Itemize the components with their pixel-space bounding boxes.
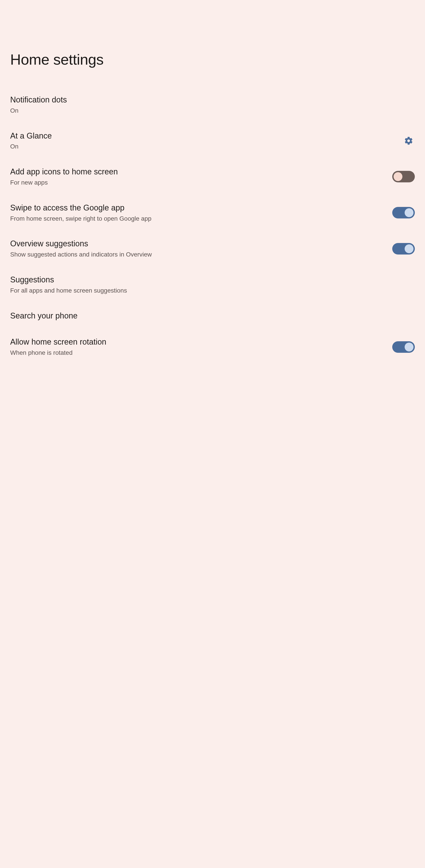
settings-page: Home settings Notification dots On At a … (0, 0, 425, 374)
row-title: Allow home screen rotation (10, 337, 387, 347)
switch-swipe-google[interactable] (392, 207, 415, 218)
page-title: Home settings (10, 0, 415, 87)
row-overview-suggestions[interactable]: Overview suggestions Show suggested acti… (10, 230, 415, 267)
row-text: Swipe to access the Google app From home… (10, 203, 387, 223)
row-text: Suggestions For all apps and home screen… (10, 275, 415, 295)
row-text: Allow home screen rotation When phone is… (10, 337, 387, 357)
row-add-app-icons[interactable]: Add app icons to home screen For new app… (10, 159, 415, 195)
row-sub: For all apps and home screen suggestions (10, 286, 415, 295)
row-sub: On (10, 142, 397, 151)
row-text: Notification dots On (10, 95, 415, 115)
row-text: Search your phone (10, 311, 415, 321)
row-allow-rotation[interactable]: Allow home screen rotation When phone is… (10, 329, 415, 365)
row-sub: When phone is rotated (10, 348, 387, 357)
row-text: At a Glance On (10, 131, 397, 151)
switch-knob (394, 172, 402, 181)
row-title: At a Glance (10, 131, 397, 141)
gear-icon[interactable] (402, 134, 415, 147)
row-text: Overview suggestions Show suggested acti… (10, 239, 387, 259)
switch-add-app-icons[interactable] (392, 171, 415, 182)
switch-overview-suggestions[interactable] (392, 243, 415, 254)
row-sub: Show suggested actions and indicators in… (10, 250, 387, 259)
switch-knob (405, 343, 414, 351)
row-notification-dots[interactable]: Notification dots On (10, 87, 415, 123)
switch-knob (405, 208, 414, 217)
row-text: Add app icons to home screen For new app… (10, 167, 387, 187)
row-title: Swipe to access the Google app (10, 203, 387, 213)
switch-allow-rotation[interactable] (392, 341, 415, 353)
row-suggestions[interactable]: Suggestions For all apps and home screen… (10, 267, 415, 303)
row-search-your-phone[interactable]: Search your phone (10, 303, 415, 329)
row-title: Suggestions (10, 275, 415, 285)
row-sub: On (10, 106, 415, 115)
switch-knob (405, 244, 414, 253)
row-sub: For new apps (10, 178, 387, 187)
row-swipe-google[interactable]: Swipe to access the Google app From home… (10, 195, 415, 231)
row-at-a-glance[interactable]: At a Glance On (10, 123, 415, 159)
row-title: Overview suggestions (10, 239, 387, 249)
row-title: Search your phone (10, 311, 415, 321)
row-title: Add app icons to home screen (10, 167, 387, 177)
row-sub: From home screen, swipe right to open Go… (10, 214, 387, 223)
gear-icon-svg (404, 136, 413, 146)
row-title: Notification dots (10, 95, 415, 105)
